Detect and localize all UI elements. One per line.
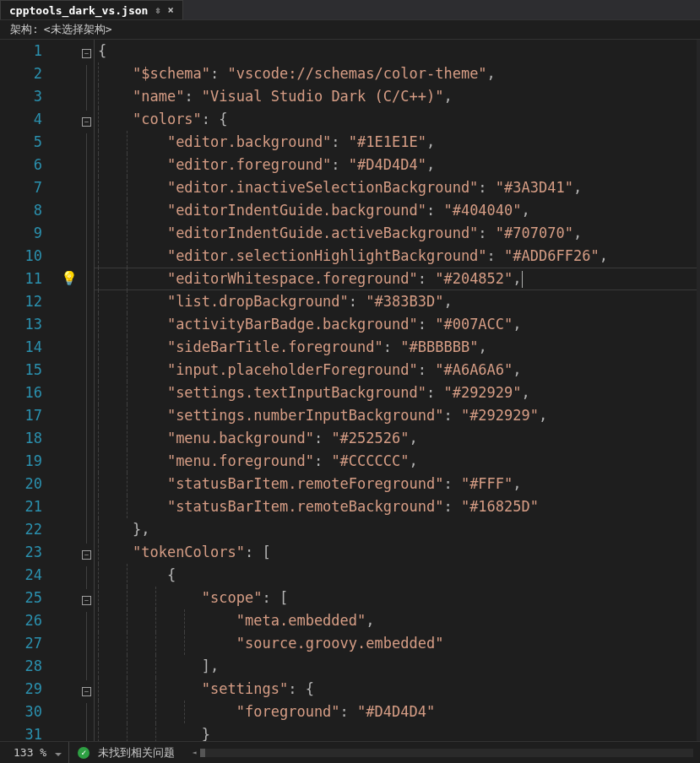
- line-number: 25: [0, 587, 42, 609]
- fold-toggle-icon[interactable]: −: [82, 49, 91, 58]
- code-line[interactable]: "name": "Visual Studio Dark (C/C++)",: [98, 85, 697, 108]
- line-number: 3: [0, 85, 42, 108]
- code-line[interactable]: "input.placeholderForeground": "#A6A6A6"…: [98, 359, 697, 382]
- line-number: 11: [0, 268, 42, 290]
- chevron-down-icon[interactable]: [52, 746, 62, 759]
- code-line[interactable]: "editor.foreground": "#D4D4D4",: [98, 154, 697, 176]
- zoom-control[interactable]: 133 %: [7, 742, 69, 763]
- code-line[interactable]: "source.groovy.embedded": [98, 632, 697, 655]
- line-number: 23: [0, 541, 42, 564]
- indent-guide: [127, 564, 128, 587]
- editor-tab[interactable]: cpptools_dark_vs.json ⇳ ×: [0, 0, 183, 19]
- code-line[interactable]: "editor.inactiveSelectionBackground": "#…: [98, 176, 697, 199]
- indent-guide: [184, 632, 185, 655]
- lightbulb-icon[interactable]: 💡: [61, 270, 78, 286]
- code-line[interactable]: ],: [98, 655, 697, 678]
- line-content: "colors": {: [98, 111, 228, 127]
- code-line[interactable]: "statusBarItem.remoteForeground": "#FFF"…: [98, 473, 697, 495]
- code-line[interactable]: "editorWhitespace.foreground": "#204852"…: [98, 268, 697, 290]
- fold-row: [79, 498, 94, 521]
- indent-guide: [127, 723, 128, 741]
- line-content: "menu.background": "#252526",: [98, 430, 418, 446]
- gutter: 1234567891011121314151617181920212223242…: [0, 40, 95, 741]
- code-line[interactable]: {: [98, 564, 697, 587]
- code-line[interactable]: "foreground": "#D4D4D4": [98, 701, 697, 723]
- scrollbar-thumb[interactable]: [200, 749, 205, 757]
- code-line[interactable]: "$schema": "vscode://schemas/color-theme…: [98, 62, 697, 85]
- line-content: {: [98, 42, 106, 59]
- fold-row: [79, 384, 94, 407]
- line-content: "settings.textInputBackground": "#292929…: [98, 384, 530, 401]
- indent-guide: [98, 336, 99, 359]
- code-content[interactable]: { "$schema": "vscode://schemas/color-the…: [95, 40, 697, 741]
- indent-guide: [127, 678, 128, 701]
- indent-guide: [127, 450, 128, 473]
- fold-row: −: [79, 111, 94, 133]
- code-line[interactable]: "colors": {: [98, 108, 697, 131]
- code-line[interactable]: "activityBarBadge.background": "#007ACC"…: [98, 313, 697, 336]
- code-line[interactable]: "settings": {: [98, 678, 697, 701]
- code-line[interactable]: }: [98, 723, 697, 741]
- code-line[interactable]: "meta.embedded",: [98, 609, 697, 632]
- code-line[interactable]: "settings.textInputBackground": "#292929…: [98, 382, 697, 404]
- indent-guide: [98, 450, 99, 473]
- code-line[interactable]: "menu.foreground": "#CCCCCC",: [98, 450, 697, 473]
- text-cursor: [522, 271, 523, 288]
- horizontal-scrollbar[interactable]: ◄: [200, 749, 693, 757]
- line-number: 10: [0, 245, 42, 268]
- fold-guide: [86, 566, 87, 589]
- fold-row: −: [79, 544, 94, 566]
- fold-guide: [86, 225, 87, 247]
- indent-guide: [98, 427, 99, 450]
- fold-guide: [86, 247, 87, 270]
- fold-toggle-icon[interactable]: −: [82, 596, 91, 605]
- fold-guide: [86, 475, 87, 498]
- status-bar: 133 % ✓ 未找到相关问题 ◄: [0, 741, 700, 763]
- code-line[interactable]: "settings.numberInputBackground": "#2929…: [98, 404, 697, 427]
- indent-guide: [98, 473, 99, 495]
- line-content: "settings": {: [98, 680, 314, 697]
- code-line[interactable]: "menu.background": "#252526",: [98, 427, 697, 450]
- code-line[interactable]: "tokenColors": [: [98, 541, 697, 564]
- scroll-left-icon[interactable]: ◄: [190, 749, 198, 757]
- editor-area[interactable]: 1234567891011121314151617181920212223242…: [0, 40, 700, 741]
- code-line[interactable]: "sideBarTitle.foreground": "#BBBBBB",: [98, 336, 697, 359]
- fold-toggle-icon[interactable]: −: [82, 117, 91, 127]
- line-number: 19: [0, 450, 42, 473]
- line-content: "editor.inactiveSelectionBackground": "#…: [98, 179, 582, 196]
- line-number: 21: [0, 495, 42, 518]
- indent-guide: [98, 564, 99, 587]
- minimap[interactable]: [697, 40, 700, 741]
- code-line[interactable]: "editor.selectionHighlightBackground": "…: [98, 245, 697, 268]
- zoom-value: 133 %: [14, 746, 46, 759]
- line-content: "input.placeholderForeground": "#A6A6A6"…: [98, 361, 522, 378]
- code-line[interactable]: "list.dropBackground": "#383B3D",: [98, 290, 697, 313]
- fold-guide: [86, 407, 87, 430]
- code-line[interactable]: "editor.background": "#1E1E1E",: [98, 131, 697, 154]
- indent-guide: [127, 382, 128, 404]
- tab-bar: cpptools_dark_vs.json ⇳ ×: [0, 0, 700, 20]
- line-content: "$schema": "vscode://schemas/color-theme…: [98, 65, 496, 82]
- line-number: 27: [0, 632, 42, 655]
- code-line[interactable]: },: [98, 518, 697, 541]
- indent-guide: [155, 587, 156, 609]
- code-line[interactable]: "editorIndentGuide.background": "#404040…: [98, 199, 697, 222]
- line-number: 7: [0, 176, 42, 199]
- code-line[interactable]: "editorIndentGuide.activeBackground": "#…: [98, 222, 697, 245]
- indent-guide: [127, 587, 128, 609]
- code-line[interactable]: "statusBarItem.remoteBackground": "#1682…: [98, 495, 697, 518]
- fold-toggle-icon[interactable]: −: [82, 550, 91, 560]
- indent-guide: [127, 404, 128, 427]
- pin-icon[interactable]: ⇳: [155, 4, 160, 16]
- line-content: "tokenColors": [: [98, 544, 271, 560]
- close-icon[interactable]: ×: [168, 4, 174, 16]
- status-check-icon[interactable]: ✓: [78, 747, 90, 759]
- breadcrumb-value[interactable]: <未选择架构>: [44, 22, 112, 37]
- line-number: 15: [0, 359, 42, 382]
- code-line[interactable]: "scope": [: [98, 587, 697, 609]
- fold-toggle-icon[interactable]: −: [82, 687, 91, 696]
- fold-row: [79, 361, 94, 384]
- indent-guide: [155, 632, 156, 655]
- fold-row: [79, 703, 94, 726]
- code-line[interactable]: {: [98, 40, 697, 62]
